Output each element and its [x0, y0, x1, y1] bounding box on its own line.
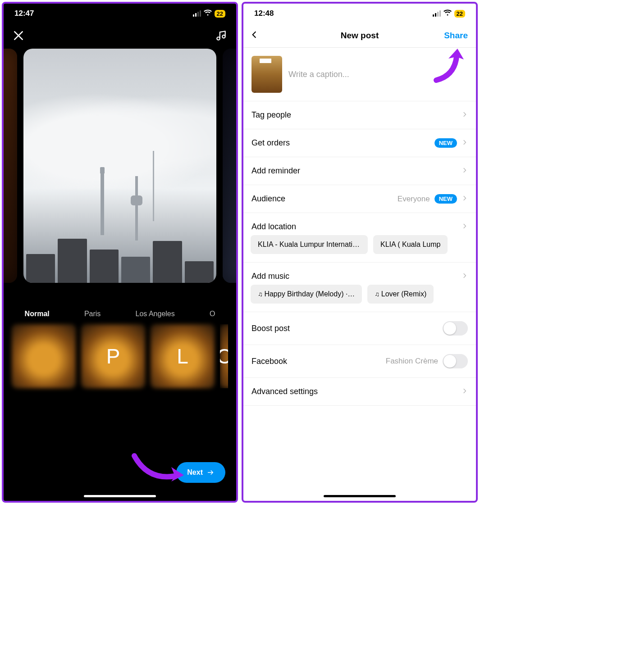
- facebook-toggle[interactable]: [443, 354, 468, 368]
- row-label: Add location: [251, 222, 296, 232]
- battery-indicator: 22: [454, 10, 465, 18]
- new-badge: NEW: [434, 138, 457, 148]
- page-title: New post: [341, 31, 379, 41]
- row-advanced-settings[interactable]: Advanced settings: [243, 378, 476, 406]
- location-chips: KLIA - Kuala Lumpur Internation… KLIA ( …: [243, 235, 476, 263]
- row-add-reminder[interactable]: Add reminder: [243, 157, 476, 185]
- chevron-right-icon: [462, 166, 468, 176]
- battery-indicator: 22: [215, 10, 225, 18]
- filter-label-oslo: O: [210, 310, 215, 318]
- preview-prev[interactable]: [4, 49, 17, 283]
- preview-main[interactable]: [23, 49, 216, 283]
- row-add-music[interactable]: Add music: [243, 263, 476, 285]
- filter-label-los-angeles: Los Angeles: [136, 310, 175, 318]
- status-right: 22: [433, 9, 465, 18]
- share-button[interactable]: Share: [444, 31, 468, 41]
- row-label: Add reminder: [251, 166, 300, 176]
- row-label: Get orders: [251, 138, 290, 148]
- row-label: Audience: [251, 194, 285, 204]
- close-icon[interactable]: [13, 30, 24, 41]
- home-indicator: [324, 495, 396, 497]
- music-chips: Happy Birthday (Melody) ·… Lover (Remix): [243, 285, 476, 312]
- wifi-icon: [204, 9, 212, 18]
- row-add-location[interactable]: Add location: [243, 213, 476, 235]
- status-time: 12:48: [254, 9, 274, 18]
- chevron-right-icon: [462, 110, 468, 120]
- caption-row: [243, 48, 476, 101]
- filter-thumb-paris[interactable]: P: [81, 324, 145, 388]
- next-button-label: Next: [187, 468, 203, 477]
- filter-thumb-row[interactable]: P L C: [4, 318, 236, 388]
- nav-bar: New post Share: [243, 23, 476, 48]
- row-label: Boost post: [251, 324, 290, 333]
- filter-thumb-los-angeles[interactable]: L: [151, 324, 215, 388]
- wifi-icon: [444, 9, 452, 18]
- chevron-right-icon: [462, 387, 468, 396]
- chevron-right-icon: [462, 194, 468, 204]
- status-bar: 12:48 22: [243, 4, 476, 23]
- signal-icon: [433, 10, 441, 17]
- signal-icon: [193, 10, 201, 17]
- row-boost-post[interactable]: Boost post: [243, 312, 476, 345]
- row-label: Advanced settings: [251, 387, 318, 396]
- music-chip[interactable]: Lover (Remix): [367, 285, 434, 304]
- next-button[interactable]: Next: [176, 462, 225, 483]
- location-chip[interactable]: KLIA ( Kuala Lump: [373, 235, 448, 254]
- filter-screen: 12:47 22 Normal: [2, 2, 238, 503]
- music-chip[interactable]: Happy Birthday (Melody) ·…: [251, 285, 362, 304]
- row-facebook[interactable]: Facebook Fashion Crème: [243, 345, 476, 378]
- filter-name-row: Normal Paris Los Angeles O: [4, 310, 236, 318]
- chevron-right-icon: [462, 272, 468, 281]
- filter-thumb-normal[interactable]: [12, 324, 76, 388]
- status-time: 12:47: [14, 9, 34, 18]
- status-bar: 12:47 22: [4, 4, 236, 23]
- filter-thumb-oslo[interactable]: C: [220, 324, 228, 388]
- facebook-value: Fashion Crème: [386, 357, 438, 366]
- caption-input[interactable]: [288, 56, 468, 93]
- filter-label-normal: Normal: [25, 310, 50, 318]
- row-label: Facebook: [251, 357, 287, 366]
- row-label: Add music: [251, 272, 289, 281]
- preview-next[interactable]: [223, 49, 236, 283]
- new-post-screen: 12:48 22 New post Share Tag people Get o…: [242, 2, 478, 503]
- row-label: Tag people: [251, 110, 291, 120]
- filter-label-paris: Paris: [84, 310, 101, 318]
- chevron-right-icon: [462, 138, 468, 148]
- new-badge: NEW: [434, 194, 457, 204]
- location-chip[interactable]: KLIA - Kuala Lumpur Internation…: [251, 235, 368, 254]
- audience-value: Everyone: [398, 195, 430, 204]
- row-audience[interactable]: Audience Everyone NEW: [243, 185, 476, 213]
- status-right: 22: [193, 9, 225, 18]
- row-get-orders[interactable]: Get orders NEW: [243, 129, 476, 157]
- boost-toggle[interactable]: [443, 321, 468, 336]
- music-icon[interactable]: [215, 30, 227, 41]
- chevron-right-icon: [462, 222, 468, 232]
- editor-topbar: [4, 23, 236, 46]
- home-indicator: [84, 495, 156, 497]
- photo-preview-row[interactable]: [4, 49, 236, 283]
- row-tag-people[interactable]: Tag people: [243, 101, 476, 129]
- post-thumbnail[interactable]: [251, 56, 282, 93]
- back-button[interactable]: [250, 30, 259, 41]
